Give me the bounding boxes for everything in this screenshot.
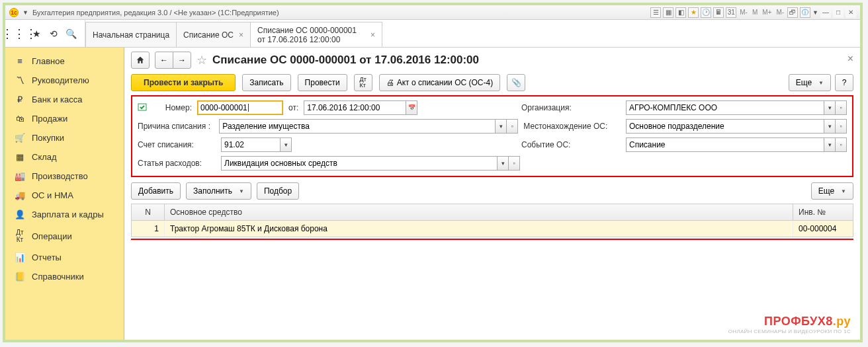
cursor: [248, 104, 249, 112]
write-button[interactable]: Записать: [242, 74, 290, 91]
calendar-icon[interactable]: 31: [726, 7, 736, 18]
tab-close-icon[interactable]: ×: [239, 30, 243, 40]
sidebar-item-assets[interactable]: 🚚ОС и НМА: [5, 186, 124, 205]
location-input[interactable]: Основное подразделение ▾ ▫: [626, 119, 847, 134]
sidebar-item-sales[interactable]: 🛍Продажи: [5, 109, 124, 128]
sidebar-item-catalogs[interactable]: 📒Справочники: [5, 267, 124, 286]
more-button[interactable]: Еще: [789, 74, 831, 91]
dropdown-icon[interactable]: ▾: [497, 156, 509, 171]
tab-label: Списание ОС 0000-000001 от 17.06.2016 12…: [257, 26, 365, 44]
favorite-icon[interactable]: ★: [688, 7, 699, 18]
tab-writeoff-list[interactable]: Списание ОС ×: [176, 22, 251, 47]
dropdown-icon[interactable]: ▾: [824, 100, 836, 115]
maximize-icon[interactable]: □: [833, 7, 844, 18]
number-label: Номер:: [153, 103, 192, 112]
app-window: 1c ▼ Бухгалтерия предприятия, редакция 3…: [3, 3, 863, 342]
dropdown-icon[interactable]: ▾: [824, 137, 836, 152]
favorite-star-icon[interactable]: ☆: [196, 53, 207, 67]
col-asset[interactable]: Основное средство: [165, 204, 793, 220]
calendar-picker-icon[interactable]: 📅: [406, 100, 417, 115]
dropdown-icon[interactable]: ▾: [824, 119, 836, 134]
post-and-close-button[interactable]: Провести и закрыть: [131, 74, 236, 91]
windows-icon[interactable]: 🗗: [787, 7, 798, 18]
zoom-m-minus[interactable]: M-: [738, 9, 749, 16]
cart-icon: 🛒: [15, 133, 25, 143]
date-label: от:: [288, 103, 298, 112]
help-button[interactable]: ?: [835, 74, 853, 91]
home-button[interactable]: [131, 52, 150, 69]
open-ref-icon[interactable]: ▫: [835, 100, 847, 115]
sidebar-item-manager[interactable]: 〽Руководителю: [5, 71, 124, 90]
sidebar-item-operations[interactable]: ДтКтОперации: [5, 224, 124, 248]
person-icon: 👤: [15, 210, 25, 219]
toolbar-icon-3[interactable]: ◧: [675, 7, 686, 18]
close-window-icon[interactable]: ✕: [846, 7, 856, 18]
page-close-icon[interactable]: ×: [847, 53, 853, 65]
dtkt-icon: ДтКт: [15, 229, 25, 243]
minimize-icon[interactable]: —: [820, 7, 831, 18]
open-ref-icon[interactable]: ▫: [506, 119, 518, 134]
form-toolbar: Провести и закрыть Записать Провести ДтК…: [131, 74, 853, 91]
ruble-icon: ₽: [15, 95, 25, 104]
sidebar: ≡Главное 〽Руководителю ₽Банк и касса 🛍Пр…: [5, 48, 124, 340]
search-icon[interactable]: 🔍: [65, 28, 77, 40]
sidebar-item-warehouse[interactable]: ▦Склад: [5, 147, 124, 167]
post-button[interactable]: Провести: [298, 74, 347, 91]
print-act-button[interactable]: 🖨 Акт о списании ОС (ОС-4): [379, 74, 500, 91]
back-button[interactable]: ←: [155, 52, 173, 69]
apps-icon[interactable]: ⋮⋮⋮: [13, 28, 25, 40]
sidebar-item-bank[interactable]: ₽Банк и касса: [5, 90, 124, 109]
tab-home[interactable]: Начальная страница: [85, 22, 177, 47]
zoom-m[interactable]: M: [751, 9, 759, 16]
account-input[interactable]: 91.02 ▾: [221, 137, 292, 152]
tab-close-icon[interactable]: ×: [370, 30, 375, 40]
info-icon[interactable]: ⓘ: [800, 7, 810, 18]
table-more-button[interactable]: Еще: [811, 182, 853, 200]
calc-icon[interactable]: 🖩: [713, 7, 724, 18]
toolbar-icon-2[interactable]: ▦: [663, 7, 673, 18]
info-dropdown-icon[interactable]: ▼: [812, 9, 818, 16]
open-ref-icon[interactable]: ▫: [835, 137, 847, 152]
open-ref-icon[interactable]: ▫: [508, 156, 520, 171]
sidebar-item-reports[interactable]: 📊Отчеты: [5, 248, 124, 267]
history-tab-icon[interactable]: ⟲: [48, 28, 60, 40]
sidebar-item-purchases[interactable]: 🛒Покупки: [5, 128, 124, 147]
tab-label: Начальная страница: [93, 30, 169, 40]
open-ref-icon[interactable]: ▫: [835, 119, 847, 134]
zoom-m-plus[interactable]: M+: [761, 9, 773, 16]
reason-input[interactable]: Разделение имущества ▾ ▫: [219, 119, 518, 134]
org-input[interactable]: АГРО-КОМПЛЕКС ООО ▾ ▫: [626, 100, 847, 115]
sidebar-item-salary[interactable]: 👤Зарплата и кадры: [5, 205, 124, 224]
dropdown-icon[interactable]: ▾: [495, 119, 507, 134]
app-logo-icon: 1c: [9, 8, 19, 17]
main-area: × ← → ☆ Списание ОС 0000-000001 от 17.06…: [124, 48, 860, 340]
app-menu-dropdown-icon[interactable]: ▼: [22, 9, 28, 16]
dtkt-button[interactable]: ДтКт: [354, 74, 372, 91]
toolbar-icon-1[interactable]: ☰: [650, 7, 661, 18]
col-inv[interactable]: Инв. №: [793, 204, 853, 220]
history-icon[interactable]: 🕑: [701, 7, 711, 18]
tabs: Начальная страница Списание ОС × Списани…: [85, 20, 382, 47]
pick-button[interactable]: Подбор: [257, 182, 299, 200]
sidebar-item-production[interactable]: 🏭Производство: [5, 167, 124, 186]
event-input[interactable]: Списание ▾ ▫: [626, 137, 847, 152]
date-input[interactable]: 17.06.2016 12:00:00 📅: [304, 100, 417, 115]
add-button[interactable]: Добавить: [131, 182, 181, 200]
bag-icon: 🛍: [15, 114, 25, 124]
number-input[interactable]: 0000-000001: [197, 100, 283, 115]
fill-button[interactable]: Заполнить: [186, 182, 251, 200]
doc-status-icon: [138, 102, 148, 113]
attachment-button[interactable]: 📎: [507, 74, 525, 91]
tab-writeoff-doc[interactable]: Списание ОС 0000-000001 от 17.06.2016 12…: [250, 22, 382, 47]
titlebar-tools: ☰ ▦ ◧ ★ 🕑 🖩 31 M- M M+ M- 🗗 ⓘ ▼ — □ ✕: [650, 7, 856, 18]
col-n[interactable]: N: [132, 204, 165, 220]
expense-input[interactable]: Ликвидация основных средств ▾ ▫: [221, 156, 520, 171]
boxes-icon: ▦: [15, 152, 25, 162]
star-icon[interactable]: ★: [30, 28, 42, 40]
sidebar-item-main[interactable]: ≡Главное: [5, 52, 124, 71]
zoom-m-minus2[interactable]: M-: [775, 9, 785, 16]
reason-label: Причина списания :: [138, 122, 214, 131]
table-row[interactable]: 1 Трактор Агромаш 85ТК и Дисковая борона…: [132, 221, 853, 237]
dropdown-icon[interactable]: ▾: [280, 137, 292, 152]
forward-button[interactable]: →: [173, 52, 191, 69]
